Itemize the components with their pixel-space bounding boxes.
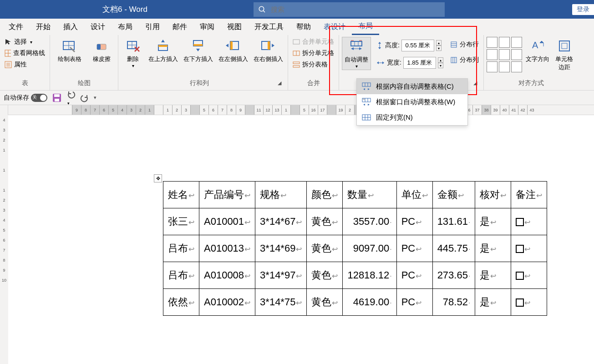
svg-rect-47 [559, 41, 569, 51]
group-alignment: A 文字方向 单元格边距 对齐方式 [484, 35, 579, 90]
autosave-switch[interactable]: 关 [31, 94, 47, 102]
rowscols-launcher[interactable]: ◢ [278, 80, 284, 86]
tab-review[interactable]: 审阅 [193, 20, 221, 35]
insert-left-button[interactable]: 在左侧插入 [216, 37, 250, 64]
tab-references[interactable]: 引用 [139, 20, 166, 35]
table-move-handle[interactable]: ✥ [154, 174, 162, 182]
height-input[interactable] [401, 40, 434, 51]
qat-customize[interactable]: ▾ [94, 95, 96, 101]
height-label: 高度: [385, 41, 400, 50]
data-table[interactable]: 姓名↩ 产品编号↩ 规格↩ 颜色↩ 数量↩ 单位↩ 金额↩ 核对↩ 备注↩ 张三… [163, 181, 547, 316]
tab-home[interactable]: 开始 [30, 20, 57, 35]
properties-icon [5, 61, 12, 68]
table-row: 张三↩ A010001↩ 3*14*67↩ 黄色↩ 3557.00· PC↩ 1… [163, 208, 547, 235]
svg-rect-48 [562, 43, 567, 49]
login-button[interactable]: 登录 [572, 4, 594, 15]
align-tl[interactable] [487, 37, 498, 48]
tab-table-layout[interactable]: 布局 [352, 19, 379, 35]
width-down[interactable]: ▾ [438, 63, 443, 68]
align-mr[interactable] [511, 49, 522, 60]
search-box[interactable] [254, 2, 445, 17]
draw-table-icon [61, 38, 78, 54]
col-width-control: 宽度: ▴▾ [376, 57, 443, 69]
height-down[interactable]: ▾ [436, 46, 442, 51]
tab-file[interactable]: 文件 [2, 20, 30, 35]
save-button[interactable] [52, 93, 62, 103]
split-table-button[interactable]: 拆分表格 [291, 60, 336, 70]
vertical-ruler[interactable]: 4321 1123 45678 910 [0, 115, 8, 364]
undo-button[interactable]: ▾ [66, 90, 76, 106]
split-cells-button[interactable]: 拆分单元格 [291, 48, 336, 58]
redo-button[interactable] [80, 93, 89, 102]
align-ml[interactable] [487, 49, 498, 60]
autofit-contents-item[interactable]: 根据内容自动调整表格(C) [357, 79, 467, 94]
group-label-drawing: 绘图 [53, 78, 115, 88]
insert-below-button[interactable]: 在下方插入 [181, 37, 215, 64]
redo-icon [80, 93, 89, 102]
svg-line-1 [263, 10, 265, 12]
svg-text:A: A [532, 40, 538, 50]
tab-devtools[interactable]: 开发工具 [248, 20, 290, 35]
svg-rect-22 [193, 44, 203, 46]
tab-layout[interactable]: 布局 [112, 20, 139, 35]
align-tc[interactable] [499, 37, 510, 48]
table-row: 吕布↩ A010013↩ 3*14*69↩ 黄色↩ 9097.00· PC↩ 4… [163, 235, 547, 262]
autofit-window-item[interactable]: % 根据窗口自动调整表格(W) [357, 94, 467, 110]
align-mc[interactable] [499, 49, 510, 60]
svg-rect-24 [230, 41, 233, 50]
autofit-contents-icon [361, 81, 371, 91]
undo-icon [66, 90, 76, 99]
autosave-label: 自动保存 [4, 94, 29, 102]
select-button[interactable]: 选择▾ [3, 37, 47, 47]
search-input[interactable] [271, 5, 445, 13]
table-row: 吕布↩ A010008↩ 3*14*97↩ 黄色↩ 12818.12· PC↩ … [163, 262, 547, 289]
tab-design[interactable]: 设计 [84, 20, 112, 35]
svg-rect-26 [268, 41, 270, 50]
width-up[interactable]: ▴ [438, 57, 443, 63]
insert-right-button[interactable]: 在右侧插入 [251, 37, 285, 64]
table-row: 姓名↩ 产品编号↩ 规格↩ 颜色↩ 数量↩ 单位↩ 金额↩ 核对↩ 备注↩ [163, 182, 547, 208]
merge-cells-button: 合并单元格 [291, 37, 336, 47]
document-area: 4321 1123 45678 910 ✥ 姓名↩ 产品编号↩ 规格↩ 颜色↩ … [0, 115, 594, 364]
insert-above-icon [155, 38, 171, 54]
height-up[interactable]: ▴ [436, 40, 442, 46]
autofit-button[interactable]: 自动调整 ▾ [342, 37, 371, 70]
tab-mailings[interactable]: 邮件 [166, 20, 193, 35]
fixed-width-item[interactable]: 固定列宽(N) [357, 110, 467, 125]
delete-button[interactable]: 删除 ▾ [121, 37, 145, 69]
align-bc[interactable] [499, 61, 510, 72]
cell-margins-button[interactable]: 单元格边距 [553, 37, 576, 72]
view-gridlines-button[interactable]: 查看网格线 [3, 48, 47, 58]
properties-button[interactable]: 属性 [3, 60, 47, 70]
cellsize-launcher[interactable]: ◢ [473, 80, 480, 86]
align-br[interactable] [511, 61, 522, 72]
eraser-button[interactable]: 橡皮擦 [88, 37, 115, 64]
svg-rect-32 [351, 41, 362, 46]
tab-insert[interactable]: 插入 [57, 20, 84, 35]
tab-view[interactable]: 视图 [221, 20, 248, 35]
width-input[interactable] [403, 57, 436, 69]
width-icon [376, 59, 385, 66]
height-icon [376, 41, 383, 50]
text-direction-button[interactable]: A 文字方向 [523, 37, 552, 64]
horizontal-ruler[interactable]: 987654321 123 56789 1112131 51617 192 23… [8, 105, 594, 115]
autofit-icon [348, 38, 365, 55]
tab-help[interactable]: 帮助 [290, 20, 317, 35]
distribute-cols-button[interactable]: 分布列 [448, 55, 481, 65]
insert-above-button[interactable]: 在上方插入 [146, 37, 180, 64]
vruler-corner [0, 105, 8, 115]
autosave-toggle[interactable]: 自动保存 关 [4, 94, 47, 102]
svg-rect-20 [158, 45, 168, 47]
svg-rect-49 [362, 83, 371, 86]
page: ✥ 姓名↩ 产品编号↩ 规格↩ 颜色↩ 数量↩ 单位↩ 金额↩ 核对↩ 备注↩ … [76, 117, 594, 364]
tab-table-design[interactable]: 表设计 [317, 20, 352, 35]
group-merge: 合并单元格 拆分单元格 拆分表格 合并 [288, 35, 339, 90]
align-bl[interactable] [487, 61, 498, 72]
grid-icon [5, 50, 11, 57]
svg-text:%: % [363, 98, 365, 101]
align-tr[interactable] [511, 37, 522, 48]
distribute-rows-button[interactable]: 分布行 [448, 40, 481, 50]
insert-below-icon [190, 38, 206, 54]
draw-table-button[interactable]: 绘制表格 [53, 37, 86, 64]
autofit-window-icon: % [361, 97, 371, 107]
